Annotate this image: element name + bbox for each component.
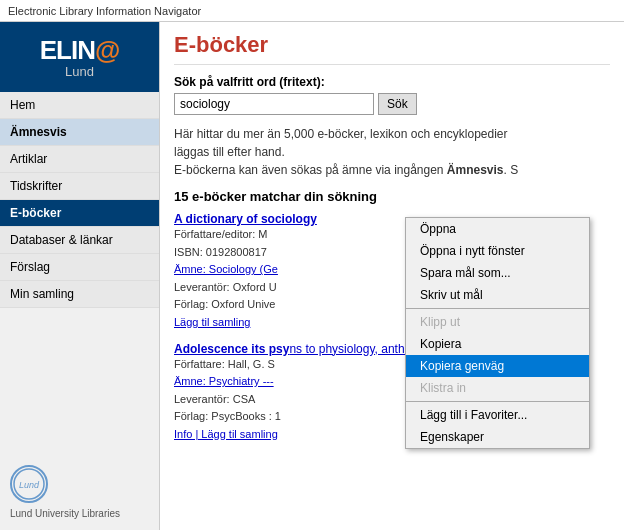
lund-logo-bottom: Lund Lund University Libraries <box>0 455 159 530</box>
page-title: E-böcker <box>174 32 610 65</box>
lund-university-label: Lund University Libraries <box>10 507 120 520</box>
svg-text:Lund: Lund <box>19 480 40 490</box>
sidebar-item-artiklar[interactable]: Artiklar <box>0 146 159 173</box>
search-label: Sök på valfritt ord (fritext): <box>174 75 610 89</box>
main-layout: ELIN@ Lund Hem Ämnesvis Artiklar Tidskri… <box>0 22 624 530</box>
sidebar-item-hem[interactable]: Hem <box>0 92 159 119</box>
top-bar: Electronic Library Information Navigator <box>0 0 624 22</box>
ctx-menu-item-0[interactable]: Öppna <box>406 218 589 240</box>
sidebar-item-amnesvis[interactable]: Ämnesvis <box>0 119 159 146</box>
logo: ELIN@ <box>40 35 120 66</box>
ctx-menu-item-3[interactable]: Skriv ut mål <box>406 284 589 306</box>
ctx-separator <box>406 401 589 402</box>
ctx-separator <box>406 308 589 309</box>
sidebar-item-forslag[interactable]: Förslag <box>0 254 159 281</box>
sidebar-item-tidskrifter[interactable]: Tidskrifter <box>0 173 159 200</box>
ctx-menu-item-1[interactable]: Öppna i nytt fönster <box>406 240 589 262</box>
logo-area: ELIN@ Lund <box>0 22 159 92</box>
app-title: Electronic Library Information Navigator <box>8 5 201 17</box>
result-action-2[interactable]: Info | Lägg til samling <box>174 428 278 440</box>
ctx-menu-item-6[interactable]: Kopiera genväg <box>406 355 589 377</box>
context-menu: ÖppnaÖppna i nytt fönsterSpara mål som..… <box>405 217 590 449</box>
logo-elin: ELIN <box>40 35 95 65</box>
result-count: 15 e-böcker matchar din sökning <box>174 189 610 204</box>
ctx-menu-item-2[interactable]: Spara mål som... <box>406 262 589 284</box>
sidebar-item-min-samling[interactable]: Min samling <box>0 281 159 308</box>
logo-lund: Lund <box>65 64 94 79</box>
sidebar: ELIN@ Lund Hem Ämnesvis Artiklar Tidskri… <box>0 22 160 530</box>
ctx-menu-item-9[interactable]: Egenskaper <box>406 426 589 448</box>
result-subject-1: Ämne: Sociology (Ge <box>174 263 278 275</box>
main-content: E-böcker Sök på valfritt ord (fritext): … <box>160 22 624 530</box>
logo-at-symbol: @ <box>95 35 119 65</box>
result-subject-2: Ämne: Psychiatry --- <box>174 375 274 387</box>
lund-circle-logo: Lund <box>10 465 48 503</box>
ctx-menu-item-4: Klipp ut <box>406 311 589 333</box>
search-button[interactable]: Sök <box>378 93 417 115</box>
result-action-1[interactable]: Lägg til samling <box>174 316 250 328</box>
ctx-menu-item-7: Klistra in <box>406 377 589 399</box>
ctx-menu-item-5[interactable]: Kopiera <box>406 333 589 355</box>
description-text: Här hittar du mer än 5,000 e-böcker, lex… <box>174 125 610 179</box>
ctx-menu-item-8[interactable]: Lägg till i Favoriter... <box>406 404 589 426</box>
search-input[interactable] <box>174 93 374 115</box>
sidebar-item-ebocker[interactable]: E-böcker <box>0 200 159 227</box>
search-row: Sök <box>174 93 610 115</box>
sidebar-item-databaser[interactable]: Databaser & länkar <box>0 227 159 254</box>
